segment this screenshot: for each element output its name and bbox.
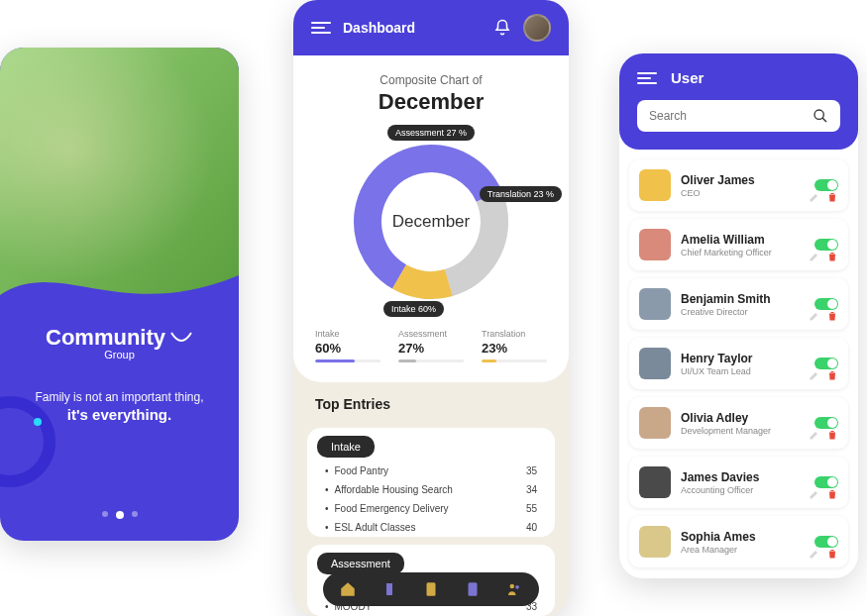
user-avatar[interactable] (523, 14, 551, 42)
chart-badge-assessment: Assessment 27 % (387, 125, 475, 141)
users-header: User (619, 53, 858, 150)
stat-label: Assessment (398, 329, 464, 339)
document-icon[interactable] (464, 580, 482, 598)
page-dot[interactable] (132, 511, 138, 517)
user-avatar (639, 526, 671, 558)
svg-rect-6 (386, 583, 392, 595)
chart-card: Composite Chart of December December Ass… (293, 55, 569, 382)
user-name: Amelia William (681, 233, 805, 247)
donut-center-label: December (392, 212, 470, 232)
page-title: Dashboard (343, 20, 482, 36)
stat-value: 60% (315, 341, 380, 356)
svg-point-9 (510, 584, 515, 589)
delete-icon[interactable] (826, 369, 838, 381)
stat-value: 23% (482, 341, 547, 356)
home-icon[interactable] (339, 580, 357, 598)
active-toggle[interactable] (814, 239, 838, 251)
app-logo: Community Group (20, 325, 219, 360)
active-toggle[interactable] (814, 417, 838, 429)
entry-row: •ESL Adult Classes40 (307, 518, 555, 537)
user-role: Area Manager (681, 545, 805, 555)
search-box[interactable] (637, 100, 840, 132)
svg-rect-7 (427, 582, 436, 596)
active-toggle[interactable] (814, 179, 838, 191)
svg-point-11 (814, 110, 823, 119)
page-title: User (671, 69, 704, 86)
user-avatar (639, 407, 671, 439)
notification-icon[interactable] (493, 19, 511, 37)
delete-icon[interactable] (826, 191, 838, 203)
user-role: Development Manager (681, 426, 805, 436)
svg-line-12 (822, 118, 826, 122)
user-avatar (639, 169, 671, 201)
users-icon[interactable] (505, 580, 523, 598)
clipboard-icon[interactable] (422, 580, 440, 598)
edit-icon[interactable] (809, 191, 820, 203)
user-list: Oliver James CEO Amelia William Chief Ma… (619, 150, 858, 578)
user-avatar (639, 229, 671, 260)
user-card[interactable]: Olivia Adley Development Manager (629, 397, 848, 449)
chart-pretitle: Composite Chart of (315, 73, 547, 87)
users-screen: User Oliver James CEO Amelia William Chi… (619, 53, 858, 578)
chart-title: December (315, 89, 547, 115)
user-card[interactable]: Amelia William Chief Marketing Officer (629, 219, 848, 270)
user-name: Olivia Adley (681, 411, 805, 425)
user-role: Chief Marketing Officer (681, 248, 805, 257)
section-title: Top Entries (315, 396, 547, 412)
svg-point-10 (515, 585, 519, 589)
edit-icon[interactable] (809, 369, 820, 381)
delete-icon[interactable] (826, 251, 838, 262)
delete-icon[interactable] (826, 310, 838, 322)
stat-item: Translation 23% (482, 329, 547, 362)
menu-icon[interactable] (637, 72, 657, 84)
user-name: Sophia Ames (681, 530, 805, 544)
entry-group: Intake •Food Pantry35•Affordable Housing… (307, 428, 555, 537)
group-header: Intake (317, 436, 375, 458)
user-role: Accounting Officer (681, 485, 805, 495)
group-header: Assessment (317, 553, 404, 574)
delete-icon[interactable] (826, 488, 838, 500)
dashboard-screen: Dashboard Composite Chart of December De… (293, 0, 569, 616)
svg-rect-8 (469, 582, 478, 596)
active-toggle[interactable] (814, 536, 838, 548)
page-dot[interactable] (102, 511, 108, 517)
stat-item: Assessment 27% (398, 329, 464, 362)
chart-badge-intake: Intake 60% (383, 301, 444, 317)
user-name: James Davies (681, 470, 805, 484)
donut-chart: December Assessment 27 % Translation 23 … (342, 133, 520, 311)
delete-icon[interactable] (826, 429, 838, 441)
active-toggle[interactable] (814, 358, 838, 369)
dashboard-header: Dashboard (293, 0, 569, 55)
delete-icon[interactable] (826, 548, 838, 560)
menu-icon[interactable] (311, 22, 331, 34)
search-input[interactable] (649, 109, 813, 123)
edit-icon[interactable] (809, 429, 820, 441)
stat-label: Intake (315, 329, 380, 339)
user-avatar (639, 288, 671, 320)
user-name: Henry Taylor (681, 352, 805, 365)
entry-row: •Affordable Housing Search34 (307, 480, 555, 499)
user-card[interactable]: Henry Taylor UI/UX Team Lead (629, 338, 848, 389)
user-role: UI/UX Team Lead (681, 366, 805, 376)
active-toggle[interactable] (814, 476, 838, 488)
user-card[interactable]: Sophia Ames Area Manager (629, 516, 848, 567)
active-toggle[interactable] (814, 298, 838, 310)
user-card[interactable]: James Davies Accounting Officer (629, 457, 848, 508)
edit-icon[interactable] (809, 488, 820, 500)
page-indicator[interactable] (102, 511, 138, 519)
tagline-line2: it's everything. (20, 406, 219, 423)
tagline-line1: Family is not an important thing, (20, 390, 219, 404)
user-card[interactable]: Oliver James CEO (629, 159, 848, 211)
edit-icon[interactable] (809, 548, 820, 560)
user-card[interactable]: Benjamin Smith Creative Director (629, 278, 848, 330)
entry-row: •Food Pantry35 (307, 462, 555, 480)
bottom-nav (323, 572, 539, 606)
entry-row: •Food Emergency Delivery55 (307, 499, 555, 518)
building-icon[interactable] (380, 580, 398, 598)
edit-icon[interactable] (809, 251, 820, 262)
page-dot-active[interactable] (116, 511, 124, 519)
user-role: CEO (681, 188, 805, 198)
user-name: Oliver James (681, 173, 805, 187)
search-icon[interactable] (813, 108, 828, 124)
edit-icon[interactable] (809, 310, 820, 322)
